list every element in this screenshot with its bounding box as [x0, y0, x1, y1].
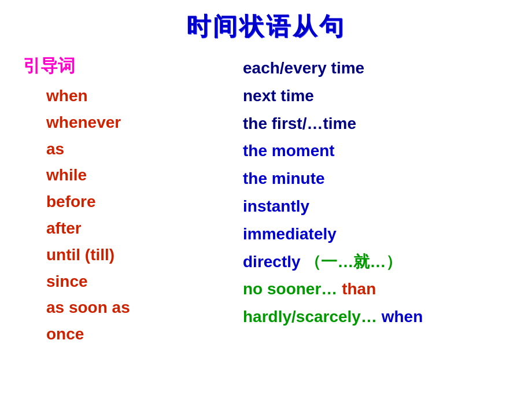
right-column: each/every timenext timethe first/…timet…: [243, 54, 509, 348]
word-item: until (till): [23, 242, 243, 268]
right-items-list: each/every timenext timethe first/…timet…: [243, 54, 509, 331]
word-item: as: [23, 136, 243, 162]
right-item-suffix: （一…就…）: [305, 253, 402, 271]
right-item: each/every time: [243, 54, 509, 82]
word-item: after: [23, 215, 243, 242]
word-item: while: [23, 162, 243, 189]
right-item-text: hardly/scarcely…: [243, 308, 377, 326]
right-item-text: each/every time: [243, 59, 364, 77]
word-item: as soon as: [23, 294, 243, 321]
word-item: whenever: [23, 109, 243, 136]
right-item: the first/…time: [243, 110, 509, 138]
right-item: hardly/scarcely… when: [243, 303, 509, 331]
right-item: no sooner… than: [243, 275, 509, 303]
word-item: since: [23, 268, 243, 295]
right-item-text: next time: [243, 87, 314, 105]
right-item-text: the minute: [243, 169, 325, 187]
right-item: the moment: [243, 137, 509, 165]
word-item: when: [23, 83, 243, 109]
words-list: whenwheneveraswhilebeforeafteruntil (til…: [23, 83, 243, 348]
content-area: 引导词 whenwheneveraswhilebeforeafteruntil …: [0, 54, 532, 348]
right-item-text: no sooner…: [243, 280, 337, 298]
word-item: once: [23, 321, 243, 348]
right-item: instantly: [243, 193, 509, 220]
title-text: 时间状语从句: [186, 13, 346, 40]
right-item-suffix: when: [382, 308, 423, 326]
right-item: immediately: [243, 220, 509, 248]
word-item: before: [23, 189, 243, 215]
guide-label: 引导词: [23, 54, 243, 78]
right-item: the minute: [243, 165, 509, 193]
right-item-text: the first/…time: [243, 114, 356, 132]
right-item-suffix: than: [342, 280, 376, 298]
right-item-text: instantly: [243, 197, 309, 215]
right-item-text: immediately: [243, 225, 337, 243]
right-item: directly （一…就…）: [243, 248, 509, 276]
left-column: 引导词 whenwheneveraswhilebeforeafteruntil …: [23, 54, 243, 348]
right-item-text: directly: [243, 253, 301, 271]
right-item-text: the moment: [243, 142, 335, 160]
right-item: next time: [243, 82, 509, 110]
page-title: 时间状语从句: [0, 0, 532, 49]
